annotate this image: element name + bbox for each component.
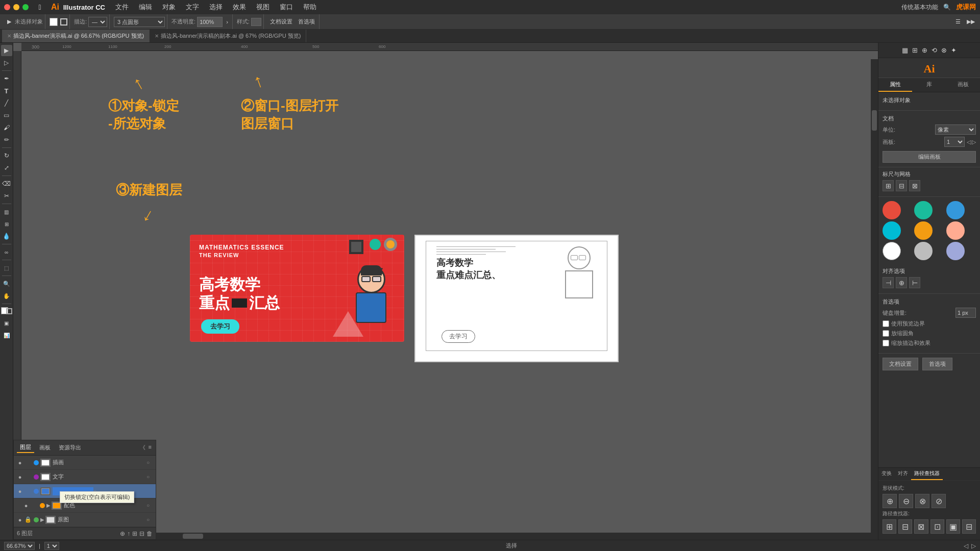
stroke-swatch[interactable]	[60, 18, 67, 26]
layer-peise-lock[interactable]	[30, 502, 38, 510]
scissor-tool[interactable]: ✂	[1, 190, 12, 202]
search-icon[interactable]: 🔍	[943, 4, 951, 11]
type-tool[interactable]: T	[1, 85, 12, 96]
menu-app-name[interactable]: Ai Illustrator CC	[47, 2, 109, 13]
swatch-lavender[interactable]	[946, 242, 965, 260]
apple-menu[interactable]: 	[35, 2, 45, 12]
bottom-tab-transform[interactable]: 变换	[878, 468, 895, 480]
stroke-select[interactable]: —	[88, 17, 107, 27]
close-button[interactable]	[4, 4, 10, 10]
banner-learn-btn[interactable]: 去学习	[201, 319, 239, 334]
screen-mode-btn[interactable]: ▣	[1, 317, 12, 329]
expand-btn[interactable]: ▶▶	[965, 18, 977, 26]
layer-move-selection[interactable]: ↑	[127, 530, 130, 537]
swatch-cyan[interactable]	[883, 221, 901, 240]
menu-window[interactable]: 窗口	[276, 2, 297, 13]
v-scroll-thumb[interactable]	[872, 110, 877, 131]
layer-chuhua[interactable]: ● 插画 ○	[14, 456, 156, 470]
merge-btn[interactable]: ⊠	[914, 519, 928, 534]
fullscreen-button[interactable]	[22, 4, 29, 10]
artboard-prev[interactable]: ◁	[967, 139, 971, 145]
panel-icon-1[interactable]: ▦	[902, 46, 908, 54]
layer-new-2[interactable]: ⊟	[139, 530, 144, 537]
stroke-mini[interactable]	[6, 308, 12, 314]
tab-1-close[interactable]: ✕	[155, 33, 159, 39]
direct-select-tool[interactable]: ▷	[1, 57, 12, 68]
panel-tab-library[interactable]: 库	[912, 78, 946, 92]
layer-new-btn[interactable]: ⊞	[132, 530, 137, 537]
rotate-tool[interactable]: ↻	[1, 150, 12, 161]
menu-object[interactable]: 对象	[158, 2, 180, 13]
layers-collapse-btn[interactable]: 《	[139, 443, 146, 453]
swatch-orange[interactable]	[914, 221, 933, 240]
panel-icon-6[interactable]: ✦	[951, 46, 957, 54]
quick-doc-settings[interactable]: 文档设置	[883, 358, 918, 370]
grid-btn-2[interactable]: ⊟	[896, 180, 907, 191]
layer-wenzi-lock[interactable]	[24, 473, 32, 481]
horizontal-scrollbar[interactable]	[30, 533, 878, 540]
swatch-peach[interactable]	[946, 221, 965, 240]
panel-icon-2[interactable]: ⊞	[912, 46, 918, 54]
layer-peise-eye[interactable]: ●	[22, 502, 30, 510]
crop-btn[interactable]: ⊡	[930, 519, 944, 534]
layer-wenzi-eye[interactable]: ●	[16, 473, 24, 481]
layer-yuantu[interactable]: ● 🔒 ▶ 原图 ○	[14, 513, 156, 527]
grid-btn-1[interactable]: ⊞	[883, 180, 894, 191]
exclude-btn[interactable]: ⊘	[932, 494, 946, 508]
divide-btn[interactable]: ⊞	[883, 519, 896, 534]
artboard-tool[interactable]: ⬚	[1, 262, 12, 273]
pencil-tool[interactable]: ✏	[1, 134, 12, 145]
panel-tab-properties[interactable]: 属性	[878, 78, 912, 92]
artboard-select[interactable]: 1	[944, 137, 965, 147]
nav-prev[interactable]: ◁	[964, 542, 968, 549]
artboard-next[interactable]: ▷	[972, 139, 976, 145]
opacity-chevron[interactable]: ›	[224, 18, 230, 26]
layer-delete-btn[interactable]: 🗑	[146, 530, 153, 537]
minus-back-btn[interactable]: ⊟	[962, 519, 976, 534]
menu-file[interactable]: 文件	[111, 2, 133, 13]
blend-tool[interactable]: ∞	[1, 246, 12, 258]
selection-tool-btn[interactable]: ▶	[5, 18, 13, 26]
snap-checkbox[interactable]	[883, 320, 889, 327]
minimize-button[interactable]	[13, 4, 19, 10]
layers-menu-btn[interactable]: ≡	[148, 443, 153, 453]
shape-tool[interactable]: ▭	[1, 110, 12, 121]
align-center-h[interactable]: ⊕	[896, 277, 907, 288]
swatch-blue[interactable]	[946, 201, 965, 219]
edit-artboard-btn[interactable]: 编辑画板	[883, 151, 976, 163]
select-tool[interactable]: ▶	[1, 45, 12, 56]
h-scroll-thumb[interactable]	[183, 534, 203, 539]
zoom-select[interactable]: 66.67% 50% 100%	[4, 542, 35, 550]
unite-btn[interactable]: ⊕	[883, 494, 897, 508]
layer-editing-eye[interactable]: ●	[16, 487, 24, 495]
outline-btn[interactable]: ▣	[946, 519, 960, 534]
tab-1[interactable]: ✕ 插边风-banner演示稿的副本.ai @ 67% (RGB/GPU 预览)	[150, 30, 306, 42]
menu-select[interactable]: 选择	[205, 2, 227, 13]
minus-front-btn[interactable]: ⊖	[899, 494, 913, 508]
panel-tab-artboard[interactable]: 画板	[946, 78, 980, 92]
doc-settings-btn[interactable]: 文档设置	[268, 17, 295, 26]
layer-yuantu-expand[interactable]: ▶	[40, 517, 44, 522]
zoom-tool[interactable]: 🔍	[1, 278, 12, 289]
paintbrush-tool[interactable]: 🖌	[1, 122, 12, 133]
gradient-tool[interactable]: ▥	[1, 206, 12, 217]
opacity-input[interactable]	[197, 17, 223, 27]
style-swatch[interactable]	[251, 18, 261, 26]
bottom-tab-pathfinder[interactable]: 路径查找器	[911, 468, 943, 480]
layer-create-sublayer[interactable]: ⊕	[120, 530, 125, 537]
graph-tool[interactable]: 📊	[1, 330, 12, 341]
bottom-tab-align[interactable]: 对齐	[895, 468, 911, 480]
grid-btn-3[interactable]: ⊠	[909, 180, 920, 191]
menu-edit[interactable]: 编辑	[135, 2, 156, 13]
swatch-teal[interactable]	[914, 201, 933, 219]
point-type-select[interactable]: 3 点圆形	[114, 17, 165, 27]
preferences-btn[interactable]: 首选项	[296, 17, 317, 26]
quick-prefs[interactable]: 首选项	[922, 358, 952, 370]
arrange-btn[interactable]: ☰	[953, 18, 963, 26]
swatch-gray[interactable]	[914, 242, 933, 260]
layer-yuantu-lock[interactable]: 🔒	[24, 516, 32, 524]
hand-tool[interactable]: ✋	[1, 290, 12, 302]
mesh-tool[interactable]: ⊞	[1, 218, 12, 230]
align-right[interactable]: ⊢	[909, 277, 920, 288]
layer-wenzi[interactable]: ● 文字 ○	[14, 470, 156, 484]
